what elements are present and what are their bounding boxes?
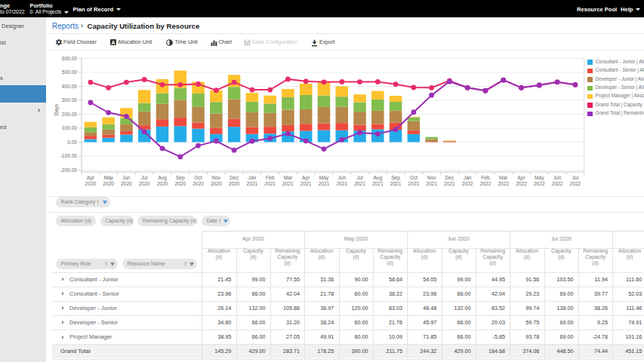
svg-text:Oct: Oct bbox=[194, 175, 202, 180]
svg-text:2022: 2022 bbox=[498, 181, 509, 186]
svg-text:Feb: Feb bbox=[481, 175, 490, 180]
svg-text:May: May bbox=[535, 175, 544, 181]
svg-text:2022: 2022 bbox=[516, 181, 527, 186]
svg-text:Aug: Aug bbox=[158, 175, 167, 181]
svg-text:Aug: Aug bbox=[373, 175, 382, 181]
svg-text:2022: 2022 bbox=[534, 181, 545, 186]
svg-text:2020: 2020 bbox=[211, 181, 222, 186]
svg-text:A: A bbox=[111, 40, 115, 45]
svg-text:2021: 2021 bbox=[372, 181, 384, 186]
svg-text:2020: 2020 bbox=[139, 181, 150, 186]
svg-text:500.00: 500.00 bbox=[62, 69, 78, 75]
svg-text:Mar: Mar bbox=[284, 175, 293, 180]
svg-text:2021: 2021 bbox=[354, 181, 365, 186]
svg-text:Jul: Jul bbox=[356, 175, 363, 180]
svg-text:2020: 2020 bbox=[103, 181, 114, 186]
svg-text:Jul: Jul bbox=[572, 175, 579, 180]
svg-text:Feb: Feb bbox=[266, 175, 275, 180]
svg-text:2020: 2020 bbox=[229, 181, 240, 186]
svg-text:100.00: 100.00 bbox=[62, 125, 78, 130]
svg-text:2020: 2020 bbox=[85, 181, 97, 186]
svg-text:Nov: Nov bbox=[211, 175, 220, 180]
svg-text:Jun: Jun bbox=[337, 175, 346, 180]
svg-text:-200.00: -200.00 bbox=[60, 167, 78, 173]
svg-text:Apr: Apr bbox=[302, 175, 310, 181]
svg-text:Nov: Nov bbox=[427, 175, 436, 180]
svg-text:2020: 2020 bbox=[174, 181, 186, 186]
svg-text:2021: 2021 bbox=[426, 181, 437, 186]
svg-text:Jan: Jan bbox=[248, 175, 257, 180]
svg-text:2020: 2020 bbox=[121, 181, 132, 186]
svg-text:Apr: Apr bbox=[517, 175, 525, 181]
svg-text:Jul: Jul bbox=[141, 175, 148, 180]
svg-text:May: May bbox=[103, 175, 113, 181]
svg-text:2021: 2021 bbox=[408, 181, 420, 186]
svg-text:May: May bbox=[319, 175, 329, 181]
svg-text:-100.00: -100.00 bbox=[60, 153, 78, 158]
svg-text:0.00: 0.00 bbox=[67, 140, 77, 145]
svg-text:Dec: Dec bbox=[230, 175, 239, 180]
svg-text:2022: 2022 bbox=[570, 181, 581, 186]
svg-text:Dec: Dec bbox=[445, 175, 454, 180]
svg-text:2021: 2021 bbox=[247, 181, 258, 186]
svg-text:Jan: Jan bbox=[464, 175, 472, 180]
svg-text:2021: 2021 bbox=[444, 181, 455, 186]
svg-text:2020: 2020 bbox=[193, 181, 204, 186]
svg-text:Sep: Sep bbox=[176, 175, 185, 181]
svg-text:2022: 2022 bbox=[552, 181, 563, 186]
svg-text:Jun: Jun bbox=[122, 175, 131, 180]
svg-text:2022: 2022 bbox=[462, 181, 473, 186]
svg-text:Jun: Jun bbox=[553, 175, 562, 180]
svg-text:600.00: 600.00 bbox=[62, 56, 78, 61]
svg-text:2021: 2021 bbox=[336, 181, 347, 186]
svg-text:2021: 2021 bbox=[319, 181, 330, 186]
svg-text:400.00: 400.00 bbox=[62, 84, 78, 89]
svg-text:Oct: Oct bbox=[410, 175, 418, 180]
svg-text:200.00: 200.00 bbox=[62, 112, 78, 117]
svg-text:Apr: Apr bbox=[87, 175, 95, 181]
svg-text:Sep: Sep bbox=[391, 175, 400, 181]
svg-text:2022: 2022 bbox=[480, 181, 491, 186]
svg-text:2021: 2021 bbox=[282, 181, 294, 186]
svg-text:300.00: 300.00 bbox=[62, 97, 78, 103]
svg-text:2020: 2020 bbox=[157, 181, 168, 186]
svg-text:Mar: Mar bbox=[499, 175, 508, 180]
svg-text:2021: 2021 bbox=[300, 181, 312, 186]
svg-text:2021: 2021 bbox=[390, 181, 402, 186]
svg-text:2021: 2021 bbox=[264, 181, 276, 186]
